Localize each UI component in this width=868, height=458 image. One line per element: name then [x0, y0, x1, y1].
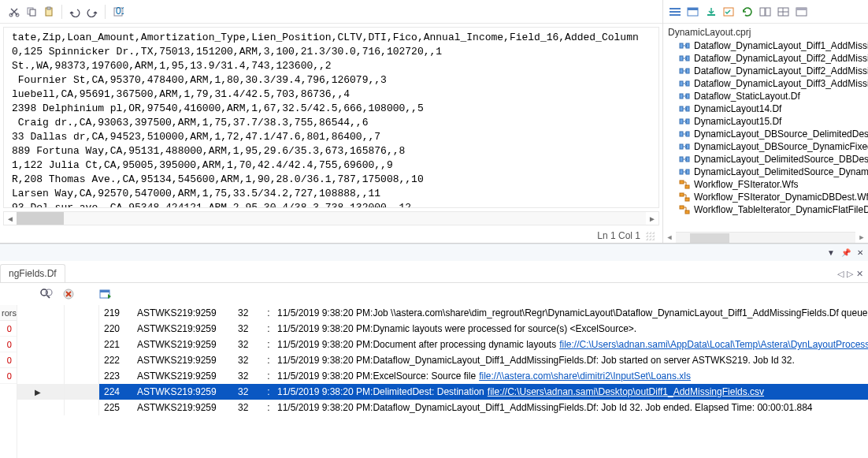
- error-count: 0: [0, 352, 17, 368]
- refresh-icon[interactable]: [740, 5, 755, 19]
- tree-item-label: DynamicLayout_DBSource_DelimitedDest.Df: [694, 128, 868, 140]
- log-row[interactable]: 220ASTWKS219:925932:11/5/2019 9:38:20 PM…: [17, 321, 868, 337]
- scroll-thumb[interactable]: [690, 233, 729, 243]
- dataflow-icon: [679, 104, 690, 114]
- svg-rect-34: [680, 119, 683, 124]
- row-number: 223: [99, 368, 132, 384]
- output-tabstrip: ngFields.Df ◁ ▷ ✕: [0, 261, 868, 283]
- log-row[interactable]: 221ASTWKS219:925932:11/5/2019 9:38:20 PM…: [17, 337, 868, 352]
- columns-icon[interactable]: [759, 5, 773, 19]
- cursor-position: Ln 1 Col 1: [597, 230, 640, 241]
- log-grid[interactable]: rors0000219ASTWKS219:925932:11/5/2019 9:…: [0, 305, 868, 458]
- dock-menu-icon[interactable]: ▼: [827, 248, 835, 257]
- tree-item-label: DynamicLayout14.Df: [694, 103, 781, 114]
- scroll-left-arrow[interactable]: ◄: [663, 232, 676, 243]
- project-hscroll[interactable]: ◄ ►: [663, 232, 868, 243]
- download-icon[interactable]: [704, 5, 718, 19]
- copy-button[interactable]: [24, 4, 39, 20]
- tree-item[interactable]: DynamicLayout_DelimitedSource_DBDest.Df: [663, 153, 868, 166]
- dataflow-icon: [679, 79, 690, 88]
- tree-item[interactable]: Dataflow_StaticLayout.Df: [663, 90, 868, 102]
- log-row[interactable]: 222ASTWKS219:925932:11/5/2019 9:38:20 PM…: [17, 352, 868, 368]
- tree-item[interactable]: Dataflow_DynamicLayout_Diff2_AddMissingF…: [663, 65, 868, 77]
- svg-rect-30: [680, 94, 683, 99]
- tree-item[interactable]: DynamicLayout_DelimitedSource_DynamicDBD…: [663, 166, 868, 178]
- resize-gripper[interactable]: [645, 231, 655, 240]
- log-row[interactable]: 219ASTWKS219:925932:11/5/2019 9:38:20 PM…: [17, 305, 868, 321]
- error-count: 0: [0, 368, 17, 384]
- dataflow-icon: [679, 41, 690, 50]
- cut-button[interactable]: [6, 4, 22, 20]
- window-icon[interactable]: [686, 5, 700, 19]
- settings-icon[interactable]: [795, 5, 809, 19]
- workflow-icon: [679, 192, 690, 202]
- svg-rect-28: [680, 81, 683, 86]
- dock-close-icon[interactable]: ✕: [857, 248, 863, 257]
- tree-item-label: Dataflow_DynamicLayout_Diff2_AddMissingF…: [694, 65, 868, 76]
- tree-item[interactable]: DynamicLayout15.Df: [663, 115, 868, 128]
- tree-item[interactable]: DynamicLayout_DBSource_DynamicFixedLengt…: [663, 140, 868, 153]
- undo-button[interactable]: [67, 4, 83, 20]
- code-button[interactable]: 010: [110, 4, 126, 20]
- dataflow-icon: [679, 54, 690, 63]
- svg-rect-3: [30, 9, 35, 16]
- scroll-thumb[interactable]: [17, 212, 64, 225]
- row-message: 11/5/2019 9:38:20 PM: Dynamic layouts we…: [274, 321, 868, 337]
- log-link[interactable]: file://\\astera.com\share\dimitri2\Input…: [479, 370, 691, 382]
- svg-point-52: [46, 289, 52, 296]
- row-job: 32: [233, 305, 263, 321]
- log-row[interactable]: 223ASTWKS219:925932:11/5/2019 9:38:20 PM…: [17, 368, 868, 384]
- tab-next-icon[interactable]: ▷: [847, 269, 853, 279]
- log-link[interactable]: file://C:\Users\adnan.sami\Desktop\outDi…: [488, 386, 764, 397]
- dock-pin-icon[interactable]: 📌: [841, 248, 851, 257]
- row-number: 224: [99, 384, 132, 400]
- output-tab[interactable]: ngFields.Df: [0, 264, 65, 282]
- svg-rect-40: [680, 157, 683, 162]
- row-sep: :: [263, 368, 274, 384]
- text-viewer[interactable]: tate,Zip,Loan_Amount,Amortization_Type,L…: [3, 27, 659, 208]
- tab-prev-icon[interactable]: ◁: [837, 269, 844, 279]
- grid-icon[interactable]: [777, 5, 791, 19]
- tree-item[interactable]: DynamicLayout14.Df: [663, 102, 868, 115]
- svg-rect-24: [680, 56, 683, 61]
- tree-item-label: Workflow_FSIterator_DynamicDBDest.Wfs: [694, 192, 868, 203]
- scroll-left-arrow[interactable]: ◄: [4, 212, 17, 225]
- tab-close-icon[interactable]: ✕: [856, 269, 863, 279]
- log-link[interactable]: file://C:\Users\adnan.sami\AppData\Local…: [559, 339, 868, 350]
- tree-item-label: DynamicLayout15.Df: [694, 116, 781, 127]
- svg-text:010: 010: [116, 6, 124, 17]
- tree-item[interactable]: DynamicLayout_DBSource_DelimitedDest.Df: [663, 128, 868, 140]
- tree-item[interactable]: Dataflow_DynamicLayout_Diff3_AddMissingF…: [663, 77, 868, 90]
- row-source: ASTWKS219:9259: [132, 321, 233, 337]
- scroll-right-arrow[interactable]: ►: [646, 212, 658, 225]
- log-row[interactable]: 225ASTWKS219:925932:11/5/2019 9:38:20 PM…: [17, 400, 868, 415]
- row-gutter: [17, 321, 65, 337]
- tree-item[interactable]: Workflow_FSIterator_DynamicDBDest.Wfs: [663, 191, 868, 203]
- row-gutter2: [65, 384, 99, 400]
- find-icon[interactable]: [39, 287, 54, 301]
- tree-item[interactable]: Workflow_FSIterator.Wfs: [663, 178, 868, 191]
- view-list-icon[interactable]: [668, 5, 682, 19]
- project-tree[interactable]: DynamicLayout.cprj Dataflow_DynamicLayou…: [663, 24, 868, 232]
- text-editor-pane: 010 tate,Zip,Loan_Amount,Amortization_Ty…: [0, 0, 663, 243]
- goto-icon[interactable]: [99, 287, 113, 301]
- tree-item[interactable]: Dataflow_DynamicLayout_Diff2_AddMissingF…: [663, 52, 868, 65]
- dataflow-icon: [679, 155, 690, 164]
- redo-button[interactable]: [84, 4, 100, 20]
- project-root[interactable]: DynamicLayout.cprj: [663, 25, 868, 39]
- scroll-right-arrow[interactable]: ►: [855, 232, 868, 243]
- horizontal-scrollbar[interactable]: ◄ ►: [3, 211, 659, 225]
- checklist-icon[interactable]: [722, 5, 736, 19]
- row-message: 11/5/2019 9:38:20 PM: Document after pro…: [274, 337, 868, 352]
- dataflow-icon: [679, 66, 690, 76]
- svg-rect-10: [670, 14, 681, 16]
- row-source: ASTWKS219:9259: [132, 337, 233, 352]
- svg-rect-46: [680, 193, 684, 196]
- paste-button[interactable]: [41, 4, 57, 20]
- stop-icon[interactable]: [61, 287, 76, 301]
- tree-item[interactable]: Dataflow_DynamicLayout_Diff1_AddMissingF…: [663, 39, 868, 52]
- tree-item[interactable]: Workflow_TableIterator_DynamicFlatFileDe…: [663, 203, 868, 216]
- errors-header: rors: [0, 305, 17, 321]
- row-message: 11/5/2019 9:38:20 PM: ExcelSource: Sourc…: [274, 368, 868, 384]
- log-row[interactable]: ▶224ASTWKS219:925932:11/5/2019 9:38:20 P…: [17, 384, 868, 400]
